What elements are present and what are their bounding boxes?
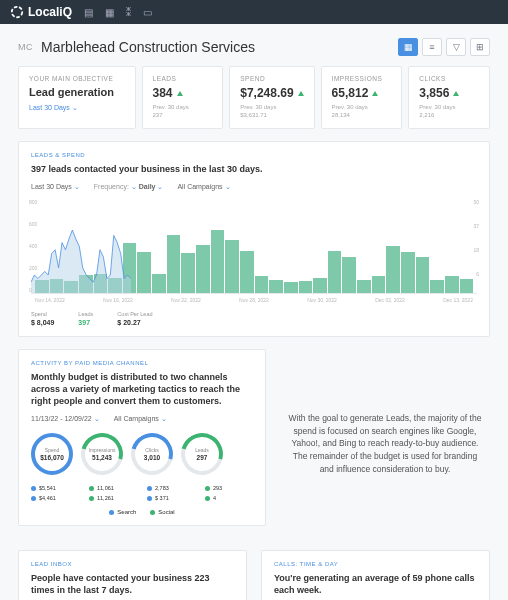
chart-x-axis: Nov 14, 2022Nov 16, 2022Nov 22, 2022Nov … (31, 294, 477, 303)
donut-row: Spend$16,070Impressions51,243Clicks3,010… (31, 433, 253, 475)
chart-bar (269, 280, 283, 294)
chart-bar (460, 279, 474, 294)
chart-bar (64, 281, 78, 293)
donut-clicks: Clicks3,010 (131, 433, 173, 475)
leads-spend-card: LEADS & SPEND 397 leads contacted your b… (18, 141, 490, 338)
chart-bar (137, 252, 151, 294)
donut-spend: Spend$16,070 (31, 433, 73, 475)
chart-bar (342, 257, 356, 293)
chart-bar (35, 280, 49, 294)
period-dropdown[interactable]: Last 30 Days (29, 104, 125, 112)
business-prefix: MC (18, 42, 33, 52)
filter-campaigns[interactable]: All Campaigns (177, 183, 230, 191)
filter-period[interactable]: Last 30 Days (31, 183, 80, 191)
activity-card: ACTIVITY BY PAID MEDIA CHANNEL Monthly b… (18, 349, 266, 526)
donut-impressions: Impressions51,243 (81, 433, 123, 475)
chart-bar (357, 280, 371, 294)
settings-icon[interactable]: ⊞ (470, 38, 490, 56)
chart-bar (108, 278, 122, 294)
page-header: MC Marblehead Construction Services ▦ ≡ … (18, 38, 490, 56)
kpi-objective: YOUR MAIN OBJECTIVE Lead generation Last… (18, 66, 136, 129)
svg-point-0 (12, 7, 23, 18)
chart-bar (50, 279, 64, 294)
donut-leads: Leads297 (181, 433, 223, 475)
chart-bar (284, 282, 298, 293)
kpi-clicks: CLICKS 3,856 Prev. 30 days2,216 (408, 66, 490, 129)
chart-bar (196, 245, 210, 293)
kpi-row: YOUR MAIN OBJECTIVE Lead generation Last… (18, 66, 490, 129)
chart-bar (225, 240, 239, 293)
chart-bar (255, 276, 269, 293)
lead-inbox-card: LEAD INBOX People have contacted your bu… (18, 550, 247, 600)
nav-icon-1[interactable]: ▤ (84, 7, 93, 18)
chart-bar (299, 281, 313, 293)
trend-up-icon (453, 91, 459, 96)
chart-bar (328, 251, 342, 294)
chart-bar (240, 251, 254, 294)
view-list-icon[interactable]: ≡ (422, 38, 442, 56)
trend-up-icon (177, 91, 183, 96)
nav-icon-4[interactable]: ▭ (143, 7, 152, 18)
nav-icon-3[interactable]: ⁑ (126, 7, 131, 18)
trend-up-icon (372, 91, 378, 96)
trend-up-icon (298, 91, 304, 96)
chart-bar (416, 257, 430, 293)
logo: LocaliQ (10, 5, 72, 19)
chart-bar (152, 274, 166, 293)
view-grid-icon[interactable]: ▦ (398, 38, 418, 56)
chart-bar (211, 230, 225, 293)
chart-bar (181, 253, 195, 294)
chart-bar (167, 235, 181, 294)
calls-card: CALLS: TIME & DAY You're generating an a… (261, 550, 490, 600)
top-nav-icons: ▤ ▦ ⁑ ▭ (84, 7, 152, 18)
kpi-leads: LEADS 384 Prev. 30 days237 (142, 66, 224, 129)
kpi-spend: SPEND $7,248.69 Prev. 30 days$3,631.71 (229, 66, 314, 129)
chart-bar (313, 278, 327, 294)
chart-bar (94, 274, 108, 293)
filter-campaigns-2[interactable]: All Campaigns (114, 415, 167, 423)
page-title: Marblehead Construction Services (41, 39, 255, 55)
top-nav: LocaliQ ▤ ▦ ⁑ ▭ (0, 0, 508, 24)
chart-bar (386, 246, 400, 293)
kpi-impressions: IMPRESSIONS 65,812 Prev. 30 days28,134 (321, 66, 403, 129)
nav-icon-2[interactable]: ▦ (105, 7, 114, 18)
leads-spend-chart: 80060040020005037186 (31, 199, 477, 294)
chart-bar (445, 276, 459, 293)
side-description: With the goal to generate Leads, the maj… (280, 349, 490, 538)
chart-bar (372, 276, 386, 293)
chart-bar (123, 243, 137, 294)
filter-icon[interactable]: ▽ (446, 38, 466, 56)
filter-daterange[interactable]: 11/13/22 - 12/09/22 (31, 415, 100, 423)
filter-frequency[interactable]: Frequency: Daily (94, 183, 164, 191)
chart-bar (401, 252, 415, 294)
chart-bar (79, 275, 93, 293)
chart-bar (430, 280, 444, 294)
